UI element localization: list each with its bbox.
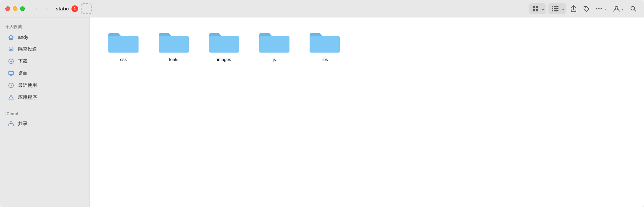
forward-button[interactable]: › (42, 4, 52, 13)
svg-rect-5 (554, 6, 558, 7)
sidebar-item-airdrop[interactable]: 隔空投送 (2, 44, 88, 55)
folder-images[interactable]: images (204, 27, 244, 65)
svg-point-10 (585, 7, 586, 8)
folder-grid: css fonts images (103, 27, 631, 65)
finder-window: ‹ › static 1 ⌄ (0, 0, 644, 207)
path-placeholder (81, 3, 92, 14)
folder-fonts-icon (159, 30, 189, 54)
tag-button[interactable] (581, 4, 592, 13)
svg-rect-3 (536, 9, 538, 11)
svg-rect-4 (552, 6, 553, 7)
svg-rect-6 (552, 8, 553, 9)
icon-view-button[interactable] (530, 4, 541, 13)
share-button[interactable] (568, 4, 579, 14)
svg-rect-7 (554, 8, 558, 9)
folder-libs[interactable]: libs (305, 27, 345, 65)
more-button[interactable]: ••• ⌄ (594, 5, 609, 13)
folder-images-label: images (217, 57, 231, 62)
maximize-button[interactable] (20, 6, 25, 11)
applications-icon (7, 94, 15, 101)
toolbar-right: ⌄ ⌄ (529, 3, 639, 14)
svg-rect-9 (554, 10, 558, 11)
sidebar-item-label: andy (18, 34, 28, 40)
sidebar-item-label: 最近使用 (18, 82, 37, 88)
svg-rect-8 (552, 10, 553, 11)
folder-images-icon (209, 30, 239, 54)
desktop-icon (7, 70, 15, 77)
shared-icon (7, 120, 15, 127)
svg-rect-0 (533, 6, 535, 8)
sidebar-item-label: 应用程序 (18, 94, 37, 100)
sidebar-item-applications[interactable]: 应用程序 (2, 92, 88, 103)
downloads-icon (7, 58, 15, 65)
folder-libs-icon (310, 30, 340, 54)
folder-js-label: js (273, 57, 276, 62)
folder-css-icon (108, 30, 139, 54)
sidebar-item-label: 共享 (18, 121, 28, 127)
svg-marker-21 (9, 95, 13, 99)
svg-point-11 (615, 6, 618, 9)
folder-js[interactable]: js (254, 27, 294, 65)
sidebar: 个人收藏 andy (0, 17, 90, 207)
current-path: static (56, 6, 69, 11)
view-toggle-group: ⌄ (529, 3, 546, 14)
main-area: 个人收藏 andy (0, 17, 644, 207)
sidebar-item-label: 下载 (18, 58, 28, 64)
svg-point-22 (10, 122, 12, 124)
folder-css-label: css (120, 57, 127, 62)
profile-button[interactable]: ⌄ (611, 4, 626, 14)
home-icon (7, 33, 15, 41)
icloud-label: iCloud (0, 109, 90, 118)
svg-point-14 (10, 50, 12, 51)
favorites-label: 个人收藏 (0, 21, 90, 31)
sidebar-item-label: 桌面 (18, 70, 28, 76)
back-button[interactable]: ‹ (32, 4, 41, 13)
folder-fonts[interactable]: fonts (154, 27, 194, 65)
traffic-lights (5, 6, 25, 11)
svg-point-12 (631, 6, 635, 10)
recents-icon (7, 82, 15, 89)
minimize-button[interactable] (13, 6, 17, 11)
sidebar-item-andy[interactable]: andy (2, 31, 88, 43)
folder-js-icon (259, 30, 289, 54)
svg-rect-1 (536, 6, 538, 8)
path-section: static 1 (56, 3, 92, 14)
badge-count: 1 (71, 5, 78, 12)
search-button[interactable] (628, 4, 639, 13)
sidebar-item-recents[interactable]: 最近使用 (2, 80, 88, 91)
sidebar-item-shared[interactable]: 共享 (2, 118, 88, 129)
folder-libs-label: libs (321, 57, 328, 62)
svg-line-13 (634, 10, 636, 11)
airdrop-icon (7, 46, 15, 53)
nav-buttons: ‹ › (32, 4, 52, 13)
titlebar: ‹ › static 1 ⌄ (0, 0, 644, 17)
list-view-chevron: ⌄ (561, 6, 565, 11)
folder-fonts-label: fonts (169, 57, 178, 62)
svg-rect-2 (533, 9, 535, 11)
folder-css[interactable]: css (103, 27, 144, 65)
list-view-button[interactable] (549, 4, 561, 13)
sidebar-item-label: 隔空投送 (18, 46, 37, 52)
content-area: css fonts images (90, 17, 644, 207)
close-button[interactable] (5, 6, 10, 11)
sidebar-item-desktop[interactable]: 桌面 (2, 68, 88, 79)
list-view-group: ⌄ (548, 3, 566, 14)
sidebar-item-downloads[interactable]: 下载 (2, 56, 88, 67)
svg-rect-17 (9, 71, 13, 75)
view-chevron: ⌄ (541, 6, 545, 11)
